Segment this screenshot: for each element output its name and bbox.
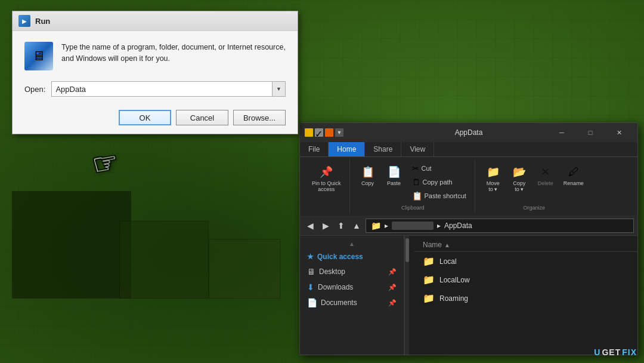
copy-to-label: Copyto ▾: [513, 180, 525, 192]
block-dark-1: [12, 191, 131, 299]
cut-label: Cut: [422, 165, 432, 172]
file-item-local[interactable]: 📁 Local: [414, 252, 637, 270]
run-open-row: Open: ▼: [24, 81, 286, 97]
tab-home[interactable]: Home: [329, 142, 365, 156]
file-explorer: ✓ ▼ AppData ─ □ ✕ File Home Share View 📌: [299, 122, 638, 355]
clipboard-small-options: ✂ Cut 🗒 Copy path 📋 Paste shortcut: [408, 162, 470, 202]
move-to-button[interactable]: 📁 Moveto ▾: [481, 162, 505, 194]
ribbon-group-clipboard: 📋 Copy 📄 Paste ✂ Cut: [351, 159, 475, 213]
sort-icon: ▲: [444, 242, 450, 248]
documents-icon: 📄: [307, 298, 317, 307]
sidebar: ▲ ★ Quick access 🖥 Desktop 📌 ⬇ Downloads…: [300, 236, 404, 355]
explorer-titlebar: ✓ ▼ AppData ─ □ ✕: [300, 123, 637, 142]
title-icons: ✓ ▼: [305, 128, 343, 137]
address-path[interactable]: 📁 ▸ ▸ AppData: [366, 219, 634, 233]
path-current: AppData: [444, 222, 472, 230]
folder-icon-localLow: 📁: [423, 274, 435, 285]
sidebar-scrollbar[interactable]: [404, 236, 409, 355]
rename-label: Rename: [564, 180, 584, 186]
cancel-button[interactable]: Cancel: [176, 110, 228, 125]
scissors-icon: ✂: [412, 164, 419, 173]
file-name-roaming: Roaming: [439, 294, 468, 303]
sidebar-documents[interactable]: 📄 Documents 📌: [300, 295, 404, 310]
file-list: Name ▲ 📁 Local 📁 LocalLow 📁 Roaming: [414, 236, 637, 355]
tab-view[interactable]: View: [401, 142, 434, 156]
documents-pin-icon: 📌: [388, 299, 397, 307]
path-folder-icon: 📁: [371, 221, 381, 230]
explorer-title: AppData: [455, 128, 483, 137]
window-controls: ─ □ ✕: [548, 123, 633, 142]
tab-file[interactable]: File: [300, 142, 329, 156]
run-body: Type the name of a program, folder, docu…: [13, 31, 298, 134]
delete-label: Delete: [538, 180, 553, 186]
cut-button[interactable]: ✂ Cut: [408, 162, 470, 175]
delete-button[interactable]: ✕ Delete: [534, 162, 558, 188]
downloads-label: Downloads: [318, 283, 353, 291]
sidebar-quick-access[interactable]: ★ Quick access: [300, 250, 404, 264]
tab-share[interactable]: Share: [365, 142, 401, 156]
watermark: U GET FIX: [594, 347, 637, 357]
rename-icon: 🖊: [565, 164, 582, 180]
ribbon-tabs: File Home Share View: [300, 142, 637, 157]
ribbon-group-pin: 📌 Pin to Quickaccess: [304, 159, 350, 213]
delete-icon: ✕: [537, 164, 554, 180]
run-titlebar: ▶ Run: [13, 11, 298, 31]
clipboard-group-items: 📋 Copy 📄 Paste ✂ Cut: [356, 162, 470, 202]
ok-button[interactable]: OK: [119, 110, 171, 125]
file-item-roaming[interactable]: 📁 Roaming: [414, 289, 637, 307]
scroll-up-indicator: ▲: [300, 241, 404, 250]
run-icon: ▶: [18, 15, 30, 27]
ribbon-group-organize: 📁 Moveto ▾ 📂 Copyto ▾ ✕ Delete 🖊 Rename: [476, 159, 592, 213]
run-dropdown-btn[interactable]: ▼: [272, 82, 285, 96]
paste-shortcut-button[interactable]: 📋 Paste shortcut: [408, 189, 470, 202]
run-app-icon: [24, 42, 53, 70]
move-to-icon: 📁: [485, 164, 501, 180]
run-buttons: OK Cancel Browse...: [24, 107, 286, 125]
close-button[interactable]: ✕: [605, 123, 633, 142]
run-dialog: ▶ Run Type the name of a program, folder…: [12, 11, 298, 134]
pin-to-quick-access-button[interactable]: 📌 Pin to Quickaccess: [308, 162, 345, 194]
nav-forward-button[interactable]: ▶: [319, 219, 332, 232]
file-name-local: Local: [439, 257, 457, 266]
path-arrow: ▸: [437, 222, 441, 230]
rename-button[interactable]: 🖊 Rename: [560, 162, 587, 188]
title-icon-yellow: [305, 128, 313, 137]
minimize-button[interactable]: ─: [548, 123, 575, 142]
maximize-button[interactable]: □: [577, 123, 604, 142]
ribbon-group-pin-items: 📌 Pin to Quickaccess: [308, 162, 345, 211]
paste-button[interactable]: 📄 Paste: [382, 162, 406, 188]
run-input[interactable]: [52, 84, 272, 95]
paste-shortcut-icon: 📋: [412, 191, 422, 201]
block-dark-2: [119, 221, 209, 299]
path-separator: ▸: [385, 222, 388, 230]
watermark-fix: FIX: [622, 347, 637, 357]
nav-recent-button[interactable]: ▲: [350, 219, 363, 232]
copy-button[interactable]: 📋 Copy: [356, 162, 380, 188]
title-icon-orange: [325, 128, 333, 137]
organize-group-label: Organize: [524, 204, 546, 211]
paste-shortcut-label: Paste shortcut: [425, 192, 466, 199]
desktop-icon: 🖥: [307, 267, 315, 276]
file-item-localLow[interactable]: 📁 LocalLow: [414, 270, 637, 289]
run-open-label: Open:: [24, 85, 45, 94]
sidebar-downloads[interactable]: ⬇ Downloads 📌: [300, 279, 404, 295]
ribbon: File Home Share View 📌 Pin to Quickacces…: [300, 142, 637, 216]
downloads-pin-icon: 📌: [388, 284, 397, 291]
watermark-u: U: [594, 347, 600, 357]
file-name-localLow: LocalLow: [439, 276, 470, 284]
address-bar: ◀ ▶ ⬆ ▲ 📁 ▸ ▸ AppData: [300, 216, 637, 236]
block-dark-3: [209, 239, 280, 299]
desktop-pin-icon: 📌: [388, 268, 397, 276]
pin-icon: 📌: [318, 164, 335, 180]
copy-path-button[interactable]: 🗒 Copy path: [408, 176, 470, 189]
browse-button[interactable]: Browse...: [233, 110, 286, 125]
move-to-label: Moveto ▾: [487, 180, 500, 192]
clipboard-group-label: Clipboard: [401, 204, 425, 211]
path-hidden: [392, 222, 434, 230]
nav-up-button[interactable]: ⬆: [335, 219, 348, 232]
sidebar-desktop[interactable]: 🖥 Desktop 📌: [300, 264, 404, 279]
title-icon-extra: ▼: [335, 128, 343, 137]
copy-to-button[interactable]: 📂 Copyto ▾: [507, 162, 531, 194]
pin-label: Pin to Quickaccess: [312, 180, 341, 192]
nav-back-button[interactable]: ◀: [304, 219, 317, 232]
